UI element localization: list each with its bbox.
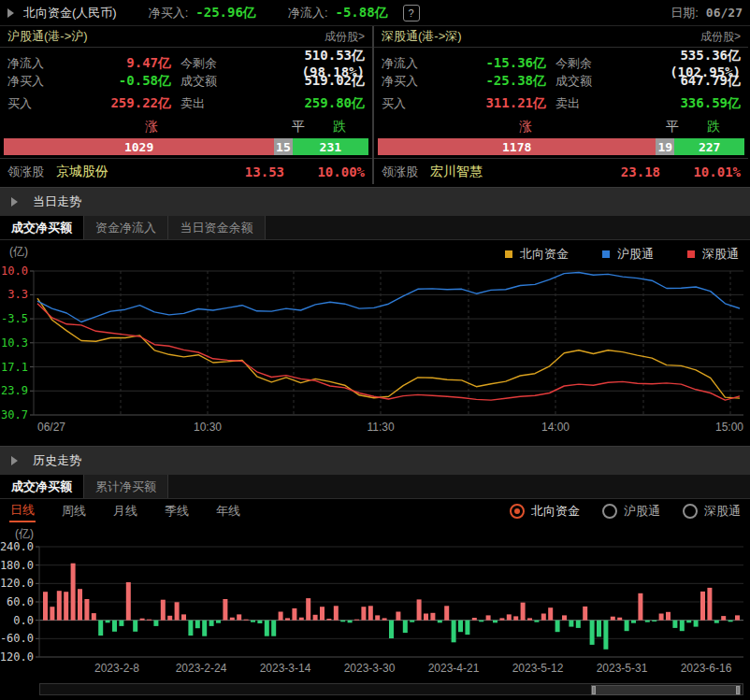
panel-title: 沪股通(港->沪)	[7, 28, 88, 45]
flat-count-bar: 15	[274, 138, 292, 155]
history-bar	[672, 621, 677, 628]
history-bar	[707, 588, 712, 621]
line-深股通	[37, 304, 740, 400]
net-buy-value: -25.96亿	[195, 5, 256, 21]
leading-stock-price: 13.53	[200, 164, 284, 179]
history-bar	[493, 621, 498, 623]
northbound-funds-app: 北向资金(人民币) 净买入: -25.96亿 净流入: -5.88亿 ? 日期:…	[0, 0, 750, 700]
period-tab-yearly[interactable]: 年线	[215, 501, 241, 521]
history-bar	[167, 616, 172, 621]
history-bar	[98, 621, 103, 636]
svg-text:-30.7: -30.7	[0, 408, 28, 421]
section-arrow-icon	[11, 197, 18, 207]
section-title: 历史走势	[33, 452, 81, 469]
period-tab-daily[interactable]: 日线	[9, 500, 36, 522]
net-inflow-value: -5.88亿	[336, 5, 388, 21]
help-icon[interactable]: ?	[403, 5, 420, 21]
history-bar	[603, 621, 608, 650]
scrollbar-right-handle[interactable]	[736, 686, 740, 694]
tab-deal-net-buy[interactable]: 成交净买额	[0, 475, 84, 498]
history-bar	[57, 591, 62, 621]
history-bar	[714, 621, 719, 623]
down-label: 跌	[333, 119, 346, 136]
history-bar	[50, 607, 54, 620]
svg-text:(亿): (亿)	[9, 245, 28, 258]
history-bar	[271, 621, 276, 636]
history-bar	[597, 621, 601, 637]
data-row: 净流入 -15.36亿 今剩余 535.36亿(102.95%)	[374, 48, 748, 70]
history-bar	[375, 615, 380, 620]
history-bar	[43, 592, 48, 621]
history-bar	[631, 621, 636, 623]
history-bar	[479, 621, 483, 622]
radio-hugutong[interactable]: 沪股通	[602, 503, 660, 520]
leading-stock-price: 23.18	[576, 164, 660, 179]
tab-cumulative-net-buy[interactable]: 累计净买额	[84, 475, 168, 498]
scrollbar-thumb[interactable]	[591, 685, 741, 695]
row-label: 净流入	[382, 55, 441, 72]
history-bar	[396, 612, 400, 621]
svg-text:2023-5-31: 2023-5-31	[597, 662, 648, 675]
tab-fund-net-inflow[interactable]: 资金净流入	[84, 216, 168, 239]
tab-deal-net-buy[interactable]: 成交净买额	[0, 216, 84, 239]
legend-item-hugutong: 沪股通	[602, 246, 654, 263]
legend-item-northbound: 北向资金	[505, 246, 569, 263]
row-value: 311.21亿	[441, 95, 555, 112]
history-bar	[251, 621, 255, 622]
history-bar	[452, 621, 456, 643]
row-label: 成交额	[555, 73, 627, 90]
panel-shengutong: 深股通(港->深) 成份股> 净流入 -15.36亿 今剩余 535.36亿(1…	[374, 26, 748, 184]
svg-text:240.0: 240.0	[0, 540, 34, 553]
history-controls: 日线 周线 月线 季线 年线 北向资金 沪股通 深股通	[0, 499, 750, 523]
history-bar	[237, 614, 241, 620]
history-section-header[interactable]: 历史走势	[0, 446, 750, 475]
leading-stock-change: 10.00%	[284, 164, 365, 179]
svg-text:-10.3: -10.3	[0, 336, 28, 350]
history-bar	[92, 613, 96, 621]
constituents-link[interactable]: 成份股>	[700, 29, 741, 45]
updown-header: 涨 平 跌	[374, 115, 748, 138]
constituents-link[interactable]: 成份股>	[325, 29, 365, 45]
legend-item-shengutong: 深股通	[687, 246, 739, 263]
svg-text:-120.0: -120.0	[0, 650, 34, 664]
tab-fund-balance[interactable]: 当日资金余额	[168, 216, 266, 239]
history-bar	[645, 621, 650, 622]
history-bar	[195, 621, 200, 629]
svg-text:10.0: 10.0	[1, 264, 28, 278]
history-bar	[694, 621, 699, 627]
row-label: 今剩余	[180, 55, 252, 72]
leading-stock-row: 领涨股 宏川智慧 23.18 10.01%	[374, 158, 748, 185]
history-bar	[576, 621, 581, 628]
horizontal-scrollbar[interactable]	[39, 683, 743, 695]
history-bar	[652, 621, 656, 621]
svg-text:-3.5: -3.5	[1, 312, 28, 325]
period-tab-quarterly[interactable]: 季线	[164, 501, 190, 521]
svg-text:06/27: 06/27	[37, 421, 65, 434]
radio-northbound[interactable]: 北向资金	[510, 503, 580, 520]
row-label: 买入	[382, 95, 441, 112]
svg-text:2023-2-24: 2023-2-24	[176, 662, 227, 675]
row-value: -25.38亿	[441, 73, 555, 90]
history-bar	[64, 592, 68, 621]
history-bar	[666, 612, 671, 621]
history-bar	[126, 582, 131, 621]
period-tab-weekly[interactable]: 周线	[61, 501, 87, 521]
history-bar	[320, 607, 325, 620]
svg-text:2023-3-14: 2023-3-14	[260, 662, 311, 675]
history-bar	[119, 621, 123, 626]
svg-text:180.0: 180.0	[0, 559, 34, 572]
history-bar	[334, 606, 339, 620]
radio-shengutong[interactable]: 深股通	[683, 503, 741, 520]
history-bar	[721, 616, 726, 621]
history-bar	[175, 602, 180, 620]
history-bar	[403, 621, 408, 633]
intraday-section-header[interactable]: 当日走势	[0, 187, 750, 216]
history-bar	[368, 606, 373, 620]
period-tab-monthly[interactable]: 月线	[112, 501, 138, 521]
leading-stock-name[interactable]: 宏川智慧	[430, 164, 576, 180]
leading-stock-name[interactable]: 京城股份	[56, 164, 200, 180]
history-bar	[348, 621, 353, 623]
scrollbar-left-handle[interactable]	[592, 686, 596, 694]
net-buy-label: 净买入:	[149, 5, 189, 21]
history-bar	[527, 618, 532, 620]
